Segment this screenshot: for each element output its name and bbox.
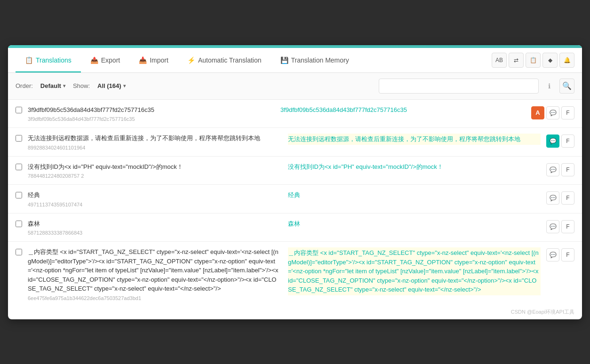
row-source: 3f9dfbf09b5c536da84d43bf777fd2c757716c35… [28,105,273,122]
row-actions: 💬 F [546,220,574,233]
diamond-icon-btn[interactable]: ◆ [542,53,558,68]
order-value: Default [40,82,61,89]
comment-btn[interactable]: 💬 [546,106,559,119]
row-translation: 森林 [288,219,541,236]
row-translation: 没有找到ID为<x id="PH" equiv-text="mockID"/>的… [288,162,541,179]
tab-translation-memory-label: Translation Memory [291,56,349,64]
comment-btn[interactable]: 💬 [546,191,559,205]
row-content: 无法连接到远程数据源，请检查后重新连接，为了不影响使用，程序将帮您跳转到本地 8… [28,134,541,150]
row-source: 经典 4971113743595107474 [28,190,280,207]
show-value: All (164) [97,82,121,89]
source-text: 没有找到ID为<x id="PH" equiv-text="mockID"/>的… [28,162,280,172]
flag-btn[interactable]: F [561,106,574,119]
row-content: ＿内容类型 <x id="START_TAG_NZ_SELECT" ctype=… [28,247,541,301]
source-text: ＿内容类型 <x id="START_TAG_NZ_SELECT" ctype=… [28,247,280,293]
row-content: 森林 5871288333387866843 森林 [28,219,541,236]
flag-btn[interactable]: F [561,248,574,261]
tab-translations[interactable]: 📋 Translations [16,48,81,72]
tab-export-label: Export [101,56,120,64]
table-row: 无法连接到远程数据源，请检查后重新连接，为了不影响使用，程序将帮您跳转到本地 8… [8,128,582,157]
source-id: 3f9dfbf09b5c536da84d43bf777fd2c757716c35 [28,116,273,122]
row-translation: 无法连接到远程数据源，请检查后重新连接，为了不影响使用，程序将帮您跳转到本地 [288,134,541,150]
translation-text: 3f9dfbf09b5c536da84d43bf777fd2c757716c35 [280,105,526,115]
table-row: 经典 4971113743595107474 经典 💬 F [8,185,582,214]
comment-btn[interactable]: 💬 [546,163,559,176]
translation-text: 无法连接到远程数据源，请检查后重新连接，为了不影响使用，程序将帮您跳转到本地 [288,134,541,145]
row-translation: 经典 [288,190,541,207]
filter-bar: Order: Default ▾ Show: All (164) ▾ ℹ 🔍 [8,73,582,100]
tab-translation-memory[interactable]: 💾 Translation Memory [271,48,359,72]
order-label: Order: [16,82,33,89]
search-icon-btn[interactable]: 🔍 [559,79,574,94]
comment-btn[interactable]: 💬 [546,220,559,233]
row-checkbox[interactable] [16,221,22,227]
flag-btn[interactable]: F [561,135,574,148]
row-source: 无法连接到远程数据源，请检查后重新连接，为了不影响使用，程序将帮您跳转到本地 8… [28,134,280,150]
search-input[interactable] [379,79,539,94]
app-window: 📋 Translations 📤 Export 📥 Import ⚡ Autom… [8,45,582,319]
import-icon: 📥 [139,56,147,64]
row-actions: 💬 F [546,248,574,261]
source-id: 5871288333387866843 [28,230,280,236]
row-source: ＿内容类型 <x id="START_TAG_NZ_SELECT" ctype=… [28,247,280,301]
table-row: 森林 5871288333387866843 森林 💬 F [8,214,582,242]
row-checkbox[interactable] [16,135,22,142]
source-id: 4971113743595107474 [28,202,280,207]
source-text: 无法连接到远程数据源，请检查后重新连接，为了不影响使用，程序将帮您跳转到本地 [28,134,280,143]
translation-text: 经典 [288,190,541,200]
translation-memory-icon: 💾 [280,56,288,64]
comment-teal-btn[interactable]: 💬 [546,135,559,148]
table-row: 没有找到ID为<x id="PH" equiv-text="mockID"/>的… [8,157,582,185]
show-select[interactable]: All (164) ▾ [97,82,126,89]
flag-btn[interactable]: F [561,191,574,205]
table-row: 3f9dfbf09b5c536da84d43bf777fd2c757716c35… [8,100,582,128]
table-row: ＿内容类型 <x id="START_TAG_NZ_SELECT" ctype=… [8,242,582,307]
row-checkbox[interactable] [16,249,22,255]
row-actions: 💬 F [546,191,574,205]
tab-auto-translation[interactable]: ⚡ Automatic Translation [178,48,271,72]
swap-icon-btn[interactable]: ⇄ [509,53,524,68]
row-source: 没有找到ID为<x id="PH" equiv-text="mockID"/>的… [28,162,280,179]
row-translation: ＿内容类型 <x id="START_TAG_NZ_SELECT" ctype=… [288,247,541,301]
tab-export[interactable]: 📤 Export [81,48,129,72]
translation-text: 森林 [288,219,541,229]
row-checkbox[interactable] [16,192,22,198]
copy-icon-btn[interactable]: 📋 [526,53,541,68]
row-content: 没有找到ID为<x id="PH" equiv-text="mockID"/>的… [28,162,541,179]
tab-import-label: Import [150,56,168,64]
flag-btn[interactable]: F [561,220,574,233]
row-checkbox[interactable] [16,164,22,170]
row-content: 3f9dfbf09b5c536da84d43bf777fd2c757716c35… [28,105,526,122]
tab-auto-translation-label: Automatic Translation [198,56,262,64]
tab-bar-right: AB ⇄ 📋 ◆ 🔔 [492,53,574,68]
row-translation: 3f9dfbf09b5c536da84d43bf777fd2c757716c35 [280,105,526,122]
ab-icon-btn[interactable]: AB [492,53,507,68]
show-chevron-icon: ▾ [123,83,126,88]
auto-translation-icon: ⚡ [187,56,195,64]
row-checkbox[interactable] [16,107,22,113]
source-id: 89928834024601101964 [28,145,280,150]
tab-bar-left: 📋 Translations 📤 Export 📥 Import ⚡ Autom… [16,48,359,72]
source-id: 6ee475fe6a975a1b344622dec6a7503527ad3bd1 [28,295,280,301]
source-text: 3f9dfbf09b5c536da84d43bf777fd2c757716c35 [28,105,273,115]
source-text: 森林 [28,219,280,229]
translations-icon: 📋 [25,56,33,64]
source-text: 经典 [28,190,280,200]
comment-btn[interactable]: 💬 [546,248,559,261]
source-id: 788448122480208757 2 [28,173,280,179]
bell-icon-btn[interactable]: 🔔 [559,53,574,68]
tab-bar: 📋 Translations 📤 Export 📥 Import ⚡ Autom… [8,48,582,73]
flag-btn[interactable]: F [561,163,574,176]
translation-text: ＿内容类型 <x id="START_TAG_NZ_SELECT" ctype=… [288,247,541,295]
translation-text: 没有找到ID为<x id="PH" equiv-text="mockID"/>的… [288,162,541,172]
order-select[interactable]: Default ▾ [40,82,65,89]
show-label: Show: [73,82,90,89]
row-actions: 💬 F [546,163,574,176]
row-actions: A 💬 F [531,106,574,119]
info-icon-btn[interactable]: ℹ [542,79,557,94]
export-icon: 📤 [90,56,98,64]
row-actions: 💬 F [546,135,574,148]
auto-translate-btn[interactable]: A [531,106,544,119]
row-source: 森林 5871288333387866843 [28,219,280,236]
tab-import[interactable]: 📥 Import [129,48,178,72]
